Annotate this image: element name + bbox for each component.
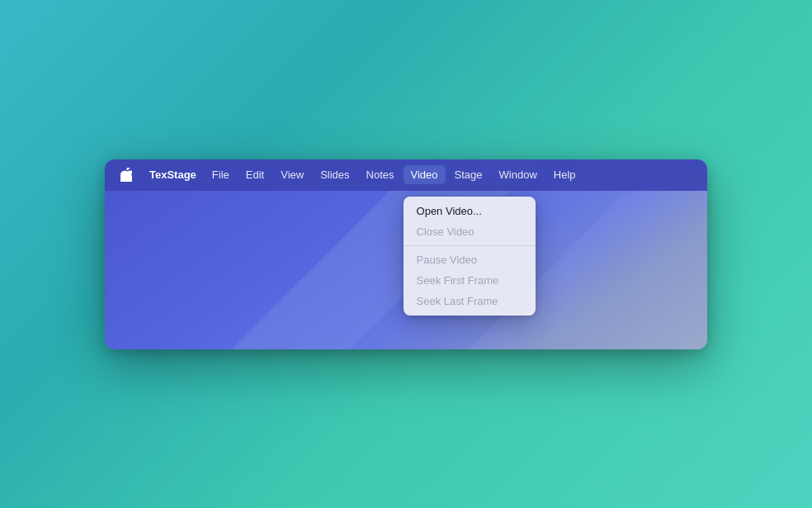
menu-item-help[interactable]: Help [546,165,583,184]
dropdown-item-open-video[interactable]: Open Video... [404,201,536,221]
apple-logo-icon[interactable] [115,164,138,187]
menu-item-slides[interactable]: Slides [313,165,356,184]
dropdown-item-seek-last-frame: Seek Last Frame [404,291,536,311]
menu-item-notes[interactable]: Notes [359,165,402,184]
dropdown-item-close-video: Close Video [404,221,536,242]
dropdown-item-pause-video: Pause Video [404,249,536,270]
menu-item-stage[interactable]: Stage [447,165,490,184]
menu-item-file[interactable]: File [205,165,237,184]
menu-bar: TexStage File Edit View Slides Notes Vid… [105,159,707,191]
dropdown-divider [404,245,536,246]
menu-item-window[interactable]: Window [492,165,545,184]
menu-item-edit[interactable]: Edit [238,165,271,184]
menu-item-video[interactable]: Video [404,165,446,184]
menu-item-view[interactable]: View [273,165,311,184]
app-window: TexStage File Edit View Slides Notes Vid… [105,159,707,349]
menu-item-video-wrapper: Video Open Video... Close Video Pause Vi… [404,165,446,184]
video-dropdown-menu: Open Video... Close Video Pause Video Se… [404,197,536,316]
dropdown-item-seek-first-frame: Seek First Frame [404,270,536,291]
app-name-label[interactable]: TexStage [143,165,203,184]
